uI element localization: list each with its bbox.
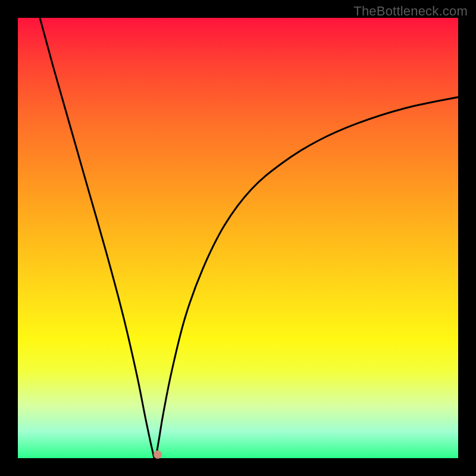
optimum-marker — [154, 450, 162, 459]
curve-path — [40, 18, 458, 459]
chart-frame: TheBottleneck.com — [0, 0, 476, 476]
plot-area — [18, 18, 458, 458]
bottleneck-curve — [18, 18, 458, 458]
watermark-text: TheBottleneck.com — [353, 4, 468, 19]
